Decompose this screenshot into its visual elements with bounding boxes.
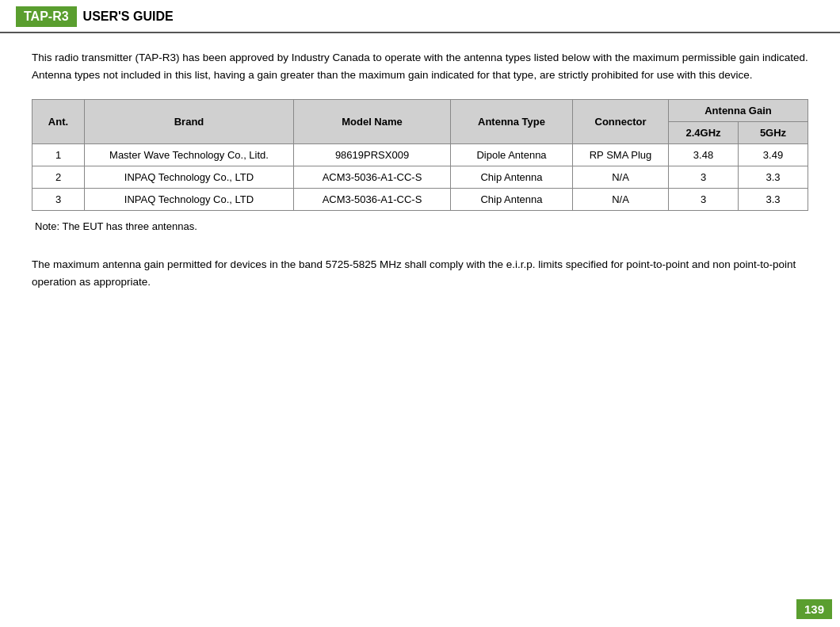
cell-gain24-2: 3 [669,189,739,211]
cell-connector-2: N/A [573,189,669,211]
col-header-antenna-gain: Antenna Gain [669,100,808,122]
cell-connector-1: N/A [573,166,669,189]
cell-connector-0: RP SMA Plug [573,144,669,166]
page-number: 139 [796,599,832,619]
cell-type-0: Dipole Antenna [451,144,573,166]
header: TAP-R3 USER'S GUIDE [0,0,840,33]
cell-gain5-2: 3.3 [739,189,808,211]
product-label: TAP-R3 [16,6,77,27]
col-header-gain-5: 5GHz [739,122,808,144]
cell-gain24-1: 3 [669,166,739,189]
cell-gain24-0: 3.48 [669,144,739,166]
cell-model-2: ACM3-5036-A1-CC-S [294,189,451,211]
table-row: 2 INPAQ Technology Co., LTD ACM3-5036-A1… [32,166,808,189]
table-row: 3 INPAQ Technology Co., LTD ACM3-5036-A1… [32,189,808,211]
col-header-connector: Connector [573,100,669,144]
cell-ant-2: 3 [32,189,85,211]
table-header-row-1: Ant. Brand Model Name Antenna Type Conne… [32,100,808,122]
cell-type-2: Chip Antenna [451,189,573,211]
cell-gain5-0: 3.49 [739,144,808,166]
cell-brand-0: Master Wave Technology Co., Litd. [85,144,294,166]
cell-brand-2: INPAQ Technology Co., LTD [85,189,294,211]
intro-paragraph: This radio transmitter (TAP-R3) has been… [32,49,808,83]
col-header-model: Model Name [294,100,451,144]
cell-gain5-1: 3.3 [739,166,808,189]
table-row: 1 Master Wave Technology Co., Litd. 9861… [32,144,808,166]
cell-ant-1: 2 [32,166,85,189]
page-container: TAP-R3 USER'S GUIDE This radio transmitt… [0,0,840,627]
antenna-table: Ant. Brand Model Name Antenna Type Conne… [32,99,808,211]
cell-model-1: ACM3-5036-A1-CC-S [294,166,451,189]
cell-type-1: Chip Antenna [451,166,573,189]
footer-paragraph: The maximum antenna gain permitted for d… [32,256,808,290]
col-header-ant: Ant. [32,100,85,144]
cell-model-0: 98619PRSX009 [294,144,451,166]
cell-brand-1: INPAQ Technology Co., LTD [85,166,294,189]
col-header-gain-24: 2.4GHz [669,122,739,144]
col-header-brand: Brand [85,100,294,144]
table-note: Note: The EUT has three antennas. [32,220,808,232]
cell-ant-0: 1 [32,144,85,166]
content-area: This radio transmitter (TAP-R3) has been… [0,33,840,306]
col-header-type: Antenna Type [451,100,573,144]
guide-title: USER'S GUIDE [83,10,174,24]
